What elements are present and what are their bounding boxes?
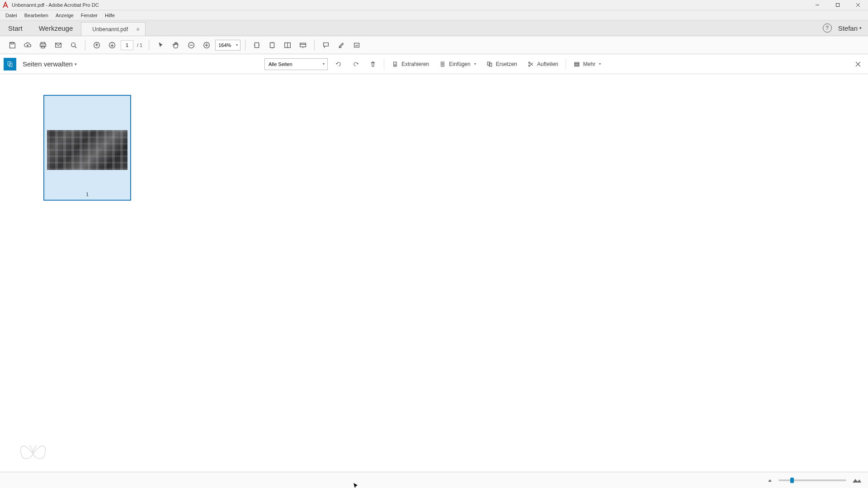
organize-title-label: Seiten verwalten	[23, 60, 73, 68]
rotate-cw-icon[interactable]	[349, 58, 362, 70]
organize-pages-icon	[4, 58, 16, 70]
minimize-button[interactable]	[807, 0, 827, 10]
user-menu[interactable]: Stefan	[838, 24, 862, 32]
rotate-ccw-icon[interactable]	[332, 58, 345, 70]
window-title: Unbenannt.pdf - Adobe Acrobat Pro DC	[12, 2, 99, 8]
svg-rect-30	[487, 62, 490, 65]
svg-marker-39	[768, 479, 772, 482]
tab-start[interactable]: Start	[0, 20, 31, 36]
split-button[interactable]: Aufteilen	[524, 58, 561, 70]
user-name-label: Stefan	[838, 24, 858, 32]
zoom-out-icon[interactable]	[184, 38, 198, 52]
highlight-icon[interactable]	[335, 38, 348, 52]
replace-label: Ersetzen	[496, 61, 517, 67]
more-label: Mehr	[583, 61, 595, 67]
read-mode-icon[interactable]	[296, 38, 310, 52]
butterfly-watermark-icon	[15, 436, 51, 468]
thumbnail-small-icon[interactable]	[767, 478, 773, 483]
close-window-button[interactable]	[848, 0, 868, 10]
hand-tool-icon[interactable]	[169, 38, 183, 52]
thumbnail-page-number: 1	[86, 192, 89, 197]
page-number-input[interactable]	[121, 40, 133, 50]
thumbnail-size-slider[interactable]	[778, 479, 846, 481]
page-total-label: / 1	[135, 42, 144, 48]
more-button[interactable]: Mehr	[571, 58, 604, 70]
document-tab-label: Unbenannt.pdf	[92, 26, 128, 33]
page-filter-select[interactable]: Alle Seiten	[264, 58, 328, 70]
organize-pages-bar: Seiten verwalten Alle Seiten Extrahieren…	[0, 54, 868, 74]
next-page-icon[interactable]	[105, 38, 119, 52]
main-toolbar: / 1 164%	[0, 36, 868, 54]
bottom-bar	[0, 472, 868, 488]
search-icon[interactable]	[67, 38, 80, 52]
svg-rect-18	[255, 42, 259, 47]
menu-hilfe[interactable]: Hilfe	[101, 11, 118, 19]
close-panel-button[interactable]	[852, 58, 864, 70]
svg-point-9	[71, 42, 75, 47]
menu-bar: Datei Bearbeiten Anzeige Fenster Hilfe	[0, 10, 868, 20]
svg-point-33	[528, 65, 530, 66]
page-display-icon[interactable]	[281, 38, 294, 52]
sign-icon[interactable]	[350, 38, 363, 52]
svg-point-32	[528, 62, 530, 63]
acrobat-app-icon	[2, 1, 9, 9]
page-thumbnail[interactable]: 1	[43, 95, 131, 201]
thumbnail-large-icon[interactable]	[852, 477, 862, 483]
zoom-in-icon[interactable]	[200, 38, 213, 52]
cloud-upload-icon[interactable]	[21, 38, 34, 52]
svg-rect-36	[575, 65, 579, 66]
delete-page-icon[interactable]	[367, 58, 379, 70]
menu-anzeige[interactable]: Anzeige	[52, 11, 77, 19]
maximize-button[interactable]	[827, 0, 848, 10]
extract-label: Extrahieren	[401, 61, 429, 67]
close-tab-icon[interactable]: ×	[136, 26, 140, 33]
title-bar: Unbenannt.pdf - Adobe Acrobat Pro DC	[0, 0, 868, 10]
thumbnail-image	[47, 130, 127, 170]
document-tab[interactable]: Unbenannt.pdf ×	[81, 22, 146, 36]
extract-button[interactable]: Extrahieren	[389, 58, 432, 70]
tabs-bar: Start Werkzeuge Unbenannt.pdf × ? Stefan	[0, 20, 868, 36]
replace-button[interactable]: Ersetzen	[483, 58, 520, 70]
select-tool-icon[interactable]	[154, 38, 167, 52]
zoom-select[interactable]: 164%	[215, 40, 241, 51]
insert-label: Einfügen	[449, 61, 470, 67]
menu-fenster[interactable]: Fenster	[77, 11, 101, 19]
save-icon[interactable]	[5, 38, 19, 52]
fit-page-icon[interactable]	[265, 38, 279, 52]
menu-datei[interactable]: Datei	[2, 11, 21, 19]
menu-bearbeiten[interactable]: Bearbeiten	[21, 11, 52, 19]
svg-line-10	[75, 46, 77, 48]
svg-rect-31	[489, 63, 492, 66]
email-icon[interactable]	[52, 38, 65, 52]
svg-rect-34	[575, 62, 579, 63]
svg-rect-22	[300, 43, 306, 47]
zoom-value: 164%	[218, 42, 231, 48]
insert-button[interactable]: Einfügen	[436, 58, 478, 70]
previous-page-icon[interactable]	[90, 38, 104, 52]
mouse-cursor-icon	[353, 483, 359, 488]
svg-rect-35	[575, 64, 579, 65]
comment-icon[interactable]	[319, 38, 333, 52]
slider-knob[interactable]	[790, 478, 794, 483]
svg-marker-40	[853, 479, 861, 483]
organize-pages-title[interactable]: Seiten verwalten	[23, 60, 77, 68]
help-icon[interactable]: ?	[823, 23, 832, 33]
fit-width-icon[interactable]	[250, 38, 264, 52]
tab-werkzeuge[interactable]: Werkzeuge	[31, 20, 81, 36]
svg-rect-19	[270, 42, 274, 47]
thumbnails-area[interactable]: 1	[0, 74, 868, 472]
svg-rect-1	[836, 4, 839, 7]
print-icon[interactable]	[36, 38, 50, 52]
split-label: Aufteilen	[537, 61, 558, 67]
page-filter-label: Alle Seiten	[269, 61, 292, 67]
svg-rect-4	[11, 42, 13, 44]
